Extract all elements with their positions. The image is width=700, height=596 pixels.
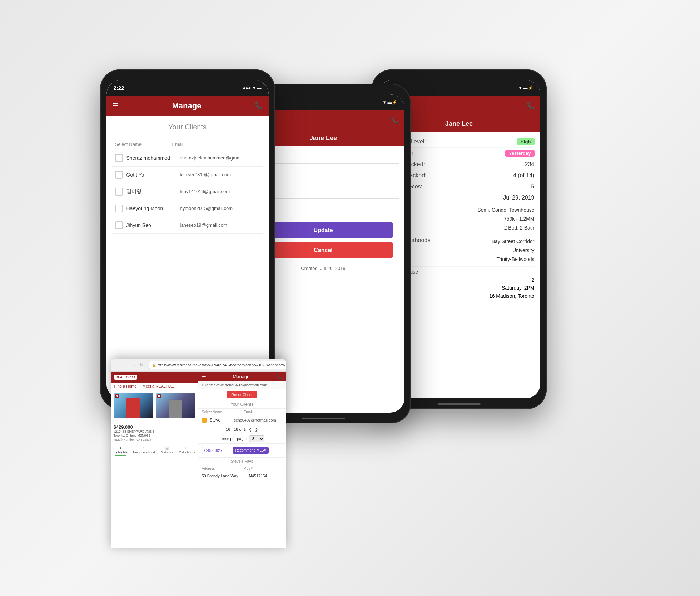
browser-forward-btn[interactable]: → [131,362,136,368]
client-checkbox-1[interactable] [115,171,123,179]
status-icons-3: ▾ ▬⚡ [519,85,533,90]
mini-your-clients-title: Your Clients [198,400,286,409]
mini-hamburger-icon[interactable]: ☰ [202,374,206,379]
profile-budget: 750k - 1.2MM [477,215,534,223]
listing-card-2: R [156,393,195,418]
client-row: Haeyoung Moon hymoon2015@gmail.com [112,200,263,217]
client-checkbox-2[interactable] [115,188,123,196]
listing-mls: MLS® Number: C4523827 [114,438,195,442]
time-1: 2:22 [114,85,124,91]
listing-grid: R R [111,390,198,421]
client-email-0: sherazjoelmohammed@gma... [180,155,260,161]
realtor-bottom-nav: ★ Highlights ✦ Neighbourhood 📊 Statistic… [111,444,198,458]
realtor-highlights-label: Highlights [113,450,128,454]
mini-table-header: Select Name Email [198,409,286,415]
items-per-page-select[interactable]: 3 5 10 [249,435,264,442]
realtor-site-panel: REALTOR.ca Find a Home Meet a REALTO... … [111,372,198,548]
mini-favs-title: Steve's Favs [198,458,286,465]
browser-window: ← → ↻ 🔒 https://www.realtor.ca/real-esta… [111,359,286,548]
fav-address: 50 Brandy Lane Way [202,474,238,478]
phone-call-icon-3[interactable]: 📞 [527,102,535,110]
app-title-1: Manage [172,101,202,110]
listing-card-1: R [114,393,153,418]
mini-mls-input[interactable] [202,447,230,454]
realtor-calculators-label: Calculators [179,450,195,454]
pagination-text: 16 - 18 of 1 [226,427,246,432]
notch-2 [302,94,345,104]
realtor-nav-neighbourhood[interactable]: ✦ Neighbourhood [133,446,155,456]
mini-favs-header: Address MLS# [198,465,286,472]
fav-mls: N4517154 [249,474,267,478]
client-name-4: Jihyun Seo [126,222,177,228]
realtor-neighbourhood-icon: ✦ [143,446,145,450]
client-checkbox-3[interactable] [115,205,123,212]
col-header-email: Email [172,142,260,147]
client-row: Sheraz mohammed sherazjoelmohammed@gma..… [112,150,263,167]
mini-checkbox-steve[interactable] [202,418,207,423]
clients-screen: Your Clients Select Name Email Sheraz mo… [106,116,269,398]
client-checkbox-0[interactable] [115,154,123,162]
realtor-nav: Find a Home Meet a REALTO... [111,383,198,390]
browser-url-bar[interactable]: 🔒 https://www.realtor.ca/real-estate/209… [149,361,286,369]
mini-phone-icon[interactable]: 📞 [276,374,282,379]
realtor-nav-highlights[interactable]: ★ Highlights [113,446,128,456]
realtor-statistics-icon: 📊 [165,446,169,450]
notch-1 [166,80,209,90]
r-badge-1: R [115,394,119,398]
realtor-nav-home[interactable]: Find a Home [114,384,137,388]
status-icons-2: ▾ ▬⚡ [383,100,397,105]
profile-values: Semi, Condo, Townhouse 750k - 1.2MM 2 Be… [477,206,534,233]
client-row: Jihyun Seo janeseo19@gmail.com [112,217,263,234]
realtor-nav-statistics[interactable]: 📊 Statistics [160,446,173,456]
home-indicator-2 [302,418,345,419]
battery-icon-2: ▬⚡ [388,100,397,105]
hamburger-icon-1[interactable]: ☰ [112,102,119,110]
client-email-4: janeseo19@gmail.com [180,222,260,228]
realtor-neighbourhood-label: Neighbourhood [133,450,155,454]
pagination-prev[interactable]: ❮ [249,427,252,432]
r-badge-2: R [157,394,162,398]
browser-back-btn[interactable]: ← [124,362,129,368]
visits-total-value: 2 [532,277,535,283]
realtor-nav-calculators[interactable]: ⊞ Calculators [179,446,195,456]
neighbourhood-2: University [492,246,535,255]
pagination-next[interactable]: ❯ [255,427,258,432]
mini-manage-header: ☰ Manage 📞 [198,372,286,381]
realtor-nav-meet[interactable]: Meet a REALTO... [142,384,174,388]
mini-client-email-steve: scho0407@hotmail.com [234,418,276,422]
mini-client-info: Client: Steve scho0407@hotmail.com [198,381,286,389]
mini-client-name-steve: Steve [210,418,231,423]
mini-reset-button[interactable]: Reset Client [227,391,257,398]
browser-refresh-btn[interactable]: ↻ [139,362,144,368]
mini-mls-section: Recommend MLS# [198,444,286,458]
client-checkbox-4[interactable] [115,221,123,229]
mini-fav-row: 50 Brandy Lane Way N4517154 [198,472,286,480]
neighbourhood-3: Trinity-Bellwoods [492,255,535,264]
mini-pagination: 16 - 18 of 1 ❮ ❯ [198,425,286,434]
realtor-highlights-icon: ★ [119,446,122,450]
engagement-badge: High [517,138,535,145]
profile-beds: 2 Bed, 2 Bath [477,223,534,232]
building-shape-1 [126,398,140,418]
neighbourhoods-values: Bay Street Corridor University Trinity-B… [492,237,535,264]
client-name-1: GotIt Yo [126,172,177,178]
lock-icon: 🔒 [152,363,156,367]
realtor-header-bar: REALTOR.ca [111,372,198,383]
realtor-calculators-icon: ⊞ [185,446,188,450]
visits-next-value: Saturday, 2PM [502,285,535,291]
mini-col-email: Email [244,410,253,414]
recos-value: 5 [531,183,535,190]
phone-call-icon-2[interactable]: 📞 [391,116,399,124]
mini-recommend-button[interactable]: Recommend MLS# [233,447,269,454]
phone-call-icon-1[interactable]: 📞 [255,102,263,110]
browser-nav-group: ← → ↻ [124,362,144,368]
interaction-badge: Yesterday [505,150,534,157]
listing-price: $429,000 [114,424,195,430]
client-email-3: hymoon2015@gmail.com [180,206,260,211]
mini-col-name: Select Name [202,410,222,414]
listing-image-1: R [114,393,153,418]
mini-manage-panel: ☰ Manage 📞 Client: Steve scho0407@hotmai… [198,372,286,548]
since-value: Jul 29, 2019 [503,194,534,201]
listing-details: $429,000 #210 -88 SHEPPARD AVE E Toronto… [111,421,198,444]
building-shape-2 [169,400,182,418]
